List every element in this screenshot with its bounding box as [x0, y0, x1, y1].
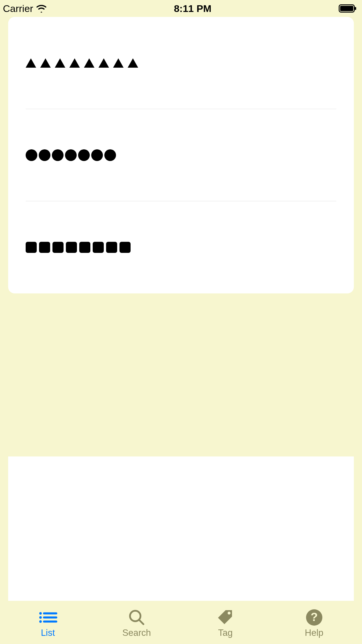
circle-shape	[39, 149, 50, 161]
battery-icon	[339, 4, 357, 13]
triangle-shape	[55, 58, 65, 68]
triangle-shape	[99, 58, 109, 68]
triangle-shape	[113, 58, 124, 68]
tab-label: Help	[305, 628, 324, 638]
svg-rect-1	[340, 6, 353, 11]
status-bar: Carrier 8:11 PM	[0, 0, 362, 17]
lower-panel	[8, 456, 354, 601]
square-shape	[39, 242, 50, 253]
tab-bar: List Search Tag	[0, 601, 362, 644]
help-icon: ?	[305, 608, 323, 626]
tab-help[interactable]: ? Help	[270, 607, 359, 638]
square-shape	[26, 242, 37, 253]
svg-point-7	[39, 620, 42, 623]
tab-label: Search	[122, 628, 151, 638]
circle-shape	[26, 149, 37, 161]
lower-panel-wrap	[0, 456, 362, 601]
list-row-circles[interactable]	[26, 109, 336, 201]
tab-label: List	[41, 628, 55, 638]
square-shape	[79, 242, 90, 253]
status-left: Carrier	[3, 3, 47, 14]
carrier-label: Carrier	[3, 3, 33, 14]
square-shape	[52, 242, 64, 253]
tab-label: Tag	[218, 628, 233, 638]
list-card	[8, 17, 354, 293]
circle-shapes	[26, 149, 116, 161]
triangle-shape	[128, 58, 138, 68]
svg-rect-2	[355, 7, 356, 10]
circle-shape	[65, 149, 77, 161]
search-icon	[128, 608, 146, 626]
triangle-shapes	[26, 58, 138, 68]
tab-search[interactable]: Search	[92, 607, 181, 638]
square-shape	[66, 242, 77, 253]
svg-text:?: ?	[311, 610, 318, 623]
triangle-shape	[69, 58, 80, 68]
list-row-triangles[interactable]	[26, 17, 336, 109]
square-shapes	[26, 242, 131, 253]
square-shape	[93, 242, 104, 253]
triangle-shape	[84, 58, 94, 68]
square-shape	[106, 242, 117, 253]
main-content	[0, 17, 362, 456]
circle-shape	[52, 149, 64, 161]
svg-line-10	[139, 620, 143, 624]
tag-icon	[216, 608, 234, 626]
list-icon	[38, 608, 57, 626]
status-right	[339, 4, 357, 13]
circle-shape	[104, 149, 116, 161]
svg-point-3	[39, 612, 42, 615]
tab-tag[interactable]: Tag	[181, 607, 270, 638]
list-row-squares[interactable]	[26, 201, 336, 293]
svg-point-11	[228, 612, 231, 615]
triangle-shape	[40, 58, 51, 68]
svg-point-5	[39, 616, 42, 619]
tab-list[interactable]: List	[3, 607, 92, 638]
wifi-icon	[36, 4, 47, 13]
triangle-shape	[26, 58, 36, 68]
status-time: 8:11 PM	[174, 3, 212, 14]
circle-shape	[78, 149, 90, 161]
circle-shape	[91, 149, 103, 161]
square-shape	[120, 242, 131, 253]
